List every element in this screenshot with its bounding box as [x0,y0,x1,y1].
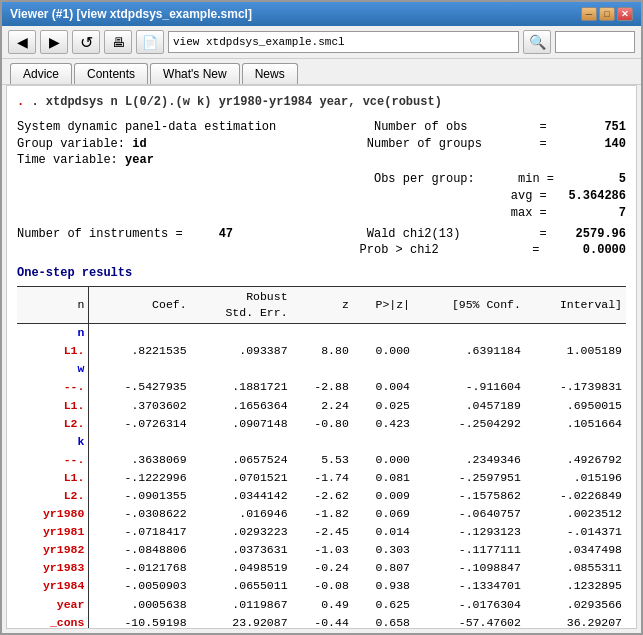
row-ci-hi: .0855311 [525,559,626,577]
row-z: 5.53 [292,451,353,469]
tab-news[interactable]: News [242,63,298,84]
row-z: 2.24 [292,397,353,415]
row-coef: -.0726314 [89,415,191,433]
row-coef: -.0308622 [89,505,191,523]
window-title: Viewer (#1) [view xtdpdsys_example.smcl] [10,7,252,21]
row-z: -0.44 [292,614,353,629]
col-header-coef: Coef. [89,286,191,323]
command-text: . xtdpdsys n L(0/2).(w k) yr1980-yr1984 … [31,95,441,109]
row-ci-lo: -.1293123 [414,523,525,541]
row-p: 0.658 [353,614,414,629]
row-z: -0.80 [292,415,353,433]
row-ci-hi [525,433,626,451]
content-area[interactable]: . . xtdpdsys n L(0/2).(w k) yr1980-yr198… [6,85,637,629]
row-coef: -.0718417 [89,523,191,541]
row-p: 0.625 [353,596,414,614]
row-ci-hi: .1232895 [525,577,626,595]
prob-chi2: Prob > chi2 = 0.0000 [360,242,626,259]
row-label-yr1982: yr1982 [17,541,89,559]
tab-whats-new[interactable]: What's New [150,63,240,84]
row-ci-hi: -.014371 [525,523,626,541]
maximize-button[interactable]: □ [599,7,615,21]
stats-ngroups: Number of groups = 140 [366,136,626,153]
address-input[interactable] [168,31,519,53]
obs-max: max = 7 [352,205,626,222]
forward-button[interactable]: ▶ [40,30,68,54]
tab-advice[interactable]: Advice [10,63,72,84]
row-ci-lo: -.911604 [414,378,525,396]
instruments-count: Number of instruments = 47 [17,226,233,260]
table-row: n [17,324,626,343]
table-row: L2. -.0726314 .0907148 -0.80 0.423 -.250… [17,415,626,433]
wald-stats: Wald chi2(13) = 2579.96 Prob > chi2 = 0.… [360,226,626,260]
table-row: L1. .8221535 .093387 8.80 0.000 .6391184… [17,342,626,360]
row-ci-hi [525,324,626,343]
row-p: 0.009 [353,487,414,505]
row-z: 8.80 [292,342,353,360]
row-ci-lo: .0457189 [414,397,525,415]
search-button[interactable]: 🔍 [523,30,551,54]
row-coef: -.5427935 [89,378,191,396]
tab-contents[interactable]: Contents [74,63,148,84]
print-button[interactable]: 🖶 [104,30,132,54]
row-coef: .3638069 [89,451,191,469]
row-ci-hi: -.1739831 [525,378,626,396]
table-row: yr1980 -.0308622 .016946 -1.82 0.069 -.0… [17,505,626,523]
row-se [191,433,292,451]
main-window: Viewer (#1) [view xtdpdsys_example.smcl]… [0,0,643,635]
col-header-ci-hi: Interval] [525,286,626,323]
row-se: .1881721 [191,378,292,396]
row-se: .0657524 [191,451,292,469]
col-header-p: P>|z| [353,286,414,323]
back-button[interactable]: ◀ [8,30,36,54]
table-row: yr1983 -.0121768 .0498519 -0.24 0.807 -.… [17,559,626,577]
row-ci-lo [414,324,525,343]
stats-title: System dynamic panel-data estimation [17,119,276,136]
row-z: -2.88 [292,378,353,396]
table-row: k [17,433,626,451]
row-ci-lo: -.2504292 [414,415,525,433]
row-se: .0293223 [191,523,292,541]
wald-block: Number of instruments = 47 Wald chi2(13)… [17,226,626,260]
row-se: .016946 [191,505,292,523]
row-ci-hi: .6950015 [525,397,626,415]
row-p: 0.000 [353,342,414,360]
row-coef: -.1222996 [89,469,191,487]
row-se: .0907148 [191,415,292,433]
row-label-w: w [17,360,89,378]
table-row: L1. -.1222996 .0701521 -1.74 0.081 -.259… [17,469,626,487]
table-row: _cons -10.59198 23.92087 -0.44 0.658 -57… [17,614,626,629]
row-se [191,324,292,343]
close-button[interactable]: ✕ [617,7,633,21]
stats-right: Number of obs = 751 Number of groups = 1… [366,119,626,169]
row-label-yr1981: yr1981 [17,523,89,541]
row-z: -2.45 [292,523,353,541]
row-p: 0.069 [353,505,414,523]
row-p: 0.938 [353,577,414,595]
table-row: L1. .3703602 .1656364 2.24 0.025 .045718… [17,397,626,415]
row-z [292,360,353,378]
table-row: yr1982 -.0848806 .0373631 -1.03 0.303 -.… [17,541,626,559]
minimize-button[interactable]: ─ [581,7,597,21]
row-se: .0701521 [191,469,292,487]
stats-block: System dynamic panel-data estimation Gro… [17,119,626,169]
row-coef: -.0121768 [89,559,191,577]
row-p: 0.081 [353,469,414,487]
search-field[interactable] [555,31,635,53]
row-ci-hi [525,360,626,378]
row-z: -1.74 [292,469,353,487]
row-coef: -.0848806 [89,541,191,559]
toolbar: ◀ ▶ ↺ 🖶 📄 🔍 [2,26,641,59]
row-p [353,433,414,451]
row-z: -1.82 [292,505,353,523]
row-ci-lo [414,360,525,378]
row-p: 0.025 [353,397,414,415]
row-label-n: n [17,324,89,343]
title-bar: Viewer (#1) [view xtdpdsys_example.smcl]… [2,2,641,26]
refresh-button[interactable]: ↺ [72,30,100,54]
viewer-button[interactable]: 📄 [136,30,164,54]
row-ci-hi: 36.29207 [525,614,626,629]
title-buttons: ─ □ ✕ [581,7,633,21]
obs-per-group: Obs per group: min = 5 avg = 5.364286 ma… [352,171,626,221]
row-se: .093387 [191,342,292,360]
